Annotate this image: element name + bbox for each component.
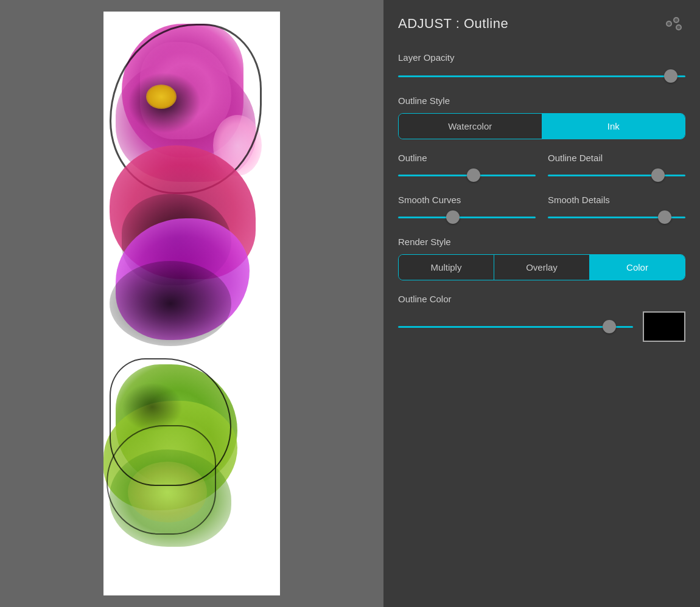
- outline-label: Outline: [398, 153, 536, 163]
- render-style-toggle-group: Multiply Overlay Color: [398, 254, 685, 280]
- outline-color-track: [398, 326, 633, 328]
- panel-header: ADJUST : Outline: [398, 12, 685, 35]
- flower-lower-dark: [110, 261, 231, 346]
- render-style-overlay-btn[interactable]: Overlay: [494, 255, 590, 280]
- outline-color-label: Outline Color: [398, 294, 685, 304]
- settings-icon-button[interactable]: [662, 12, 685, 35]
- artwork-canvas: [103, 12, 280, 595]
- smooth-details-label: Smooth Details: [548, 195, 685, 205]
- render-style-color-btn[interactable]: Color: [590, 255, 685, 280]
- outline-color-row: [398, 311, 685, 342]
- outline-style-toggle-group: Watercolor Ink: [398, 113, 685, 139]
- smooth-details-col: Smooth Details: [548, 195, 685, 223]
- smooth-curves-label: Smooth Curves: [398, 195, 536, 205]
- outline-style-ink-btn[interactable]: Ink: [542, 114, 685, 139]
- svg-point-3: [667, 22, 671, 26]
- adjust-panel: ADJUST : Outline Layer Opacity Outline S…: [383, 0, 700, 607]
- layer-opacity-track: [398, 75, 685, 77]
- render-style-label: Render Style: [398, 237, 685, 247]
- outline-style-label: Outline Style: [398, 95, 685, 106]
- smooth-details-thumb[interactable]: [658, 210, 671, 224]
- outline-color-thumb[interactable]: [603, 320, 616, 333]
- outline-col: Outline: [398, 153, 536, 181]
- smooth-curves-track: [398, 217, 536, 218]
- outline-detail-col: Outline Detail: [548, 153, 685, 181]
- flower-top: [110, 24, 268, 352]
- outline-detail-thumb[interactable]: [651, 168, 665, 182]
- outline-style-watercolor-btn[interactable]: Watercolor: [399, 114, 542, 139]
- outline-detail-track: [548, 175, 685, 176]
- outline-detail-label: Outline Detail: [548, 153, 685, 163]
- svg-point-5: [677, 26, 681, 29]
- layer-opacity-label: Layer Opacity: [398, 52, 685, 63]
- outline-color-slider[interactable]: [398, 321, 633, 333]
- outline-slider[interactable]: [398, 169, 536, 181]
- smooth-details-track: [548, 217, 685, 218]
- outline-color-section: Outline Color: [398, 294, 685, 342]
- smooth-details-slider[interactable]: [548, 211, 685, 223]
- render-style-section: Render Style Multiply Overlay Color: [398, 237, 685, 280]
- outline-detail-slider[interactable]: [548, 169, 685, 181]
- smooth-curves-slider[interactable]: [398, 211, 536, 223]
- layer-opacity-slider[interactable]: [398, 70, 685, 82]
- settings-svg-icon: [663, 13, 685, 35]
- panel-title: ADJUST : Outline: [398, 16, 508, 32]
- outline-detail-row: Outline Outline Detail: [398, 153, 685, 181]
- artwork: [103, 12, 280, 595]
- smooth-curves-thumb[interactable]: [446, 210, 460, 224]
- outline-color-swatch[interactable]: [643, 311, 685, 342]
- outline-thumb[interactable]: [467, 168, 480, 182]
- smooth-curves-col: Smooth Curves: [398, 195, 536, 223]
- layer-opacity-section: Layer Opacity: [398, 52, 685, 82]
- render-style-multiply-btn[interactable]: Multiply: [399, 255, 494, 280]
- smooth-row: Smooth Curves Smooth Details: [398, 195, 685, 223]
- svg-point-4: [674, 18, 678, 22]
- leaf-outline-2: [107, 425, 216, 535]
- canvas-area: [0, 0, 383, 607]
- outline-style-section: Outline Style Watercolor Ink: [398, 95, 685, 139]
- layer-opacity-thumb[interactable]: [664, 69, 677, 83]
- green-leaves: [103, 352, 274, 583]
- outline-track: [398, 175, 536, 176]
